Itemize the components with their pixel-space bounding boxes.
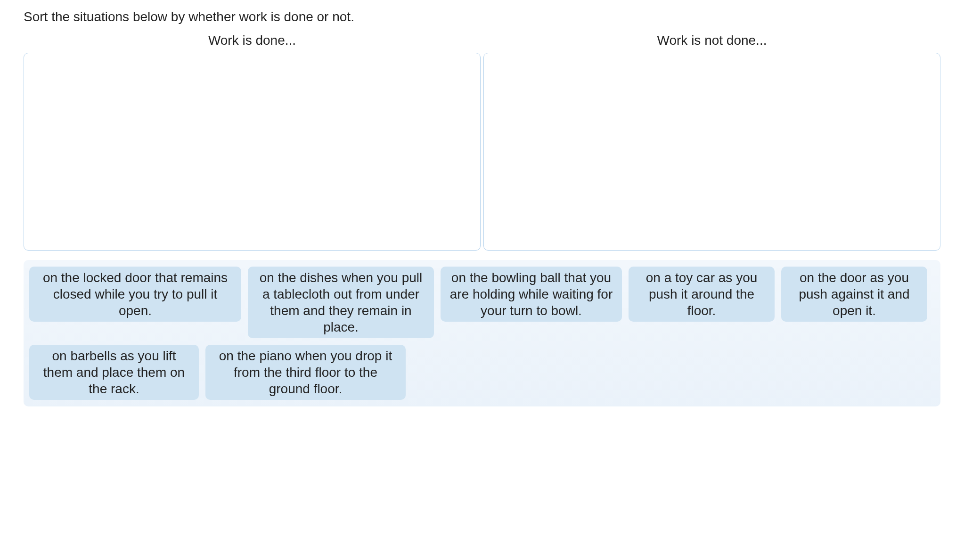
draggable-item[interactable]: on the bowling ball that you are holding… <box>441 267 622 322</box>
dropzone-work-not-done[interactable] <box>483 53 940 251</box>
columns-wrapper: Work is done... Work is not done... <box>24 33 940 251</box>
column-header-work-done: Work is done... <box>208 33 296 48</box>
draggable-item[interactable]: on the dishes when you pull a tablecloth… <box>248 267 434 338</box>
draggable-item[interactable]: on the door as you push against it and o… <box>781 267 927 322</box>
column-header-work-not-done: Work is not done... <box>657 33 767 48</box>
draggable-item[interactable]: on barbells as you lift them and place t… <box>29 345 199 400</box>
items-container: on the locked door that remains closed w… <box>24 260 940 406</box>
instruction-text: Sort the situations below by whether wor… <box>24 9 940 24</box>
draggable-item[interactable]: on the piano when you drop it from the t… <box>205 345 406 400</box>
draggable-item[interactable]: on the locked door that remains closed w… <box>29 267 241 322</box>
column-work-not-done: Work is not done... <box>483 33 940 251</box>
column-work-done: Work is done... <box>24 33 481 251</box>
draggable-item[interactable]: on a toy car as you push it around the f… <box>629 267 775 322</box>
dropzone-work-done[interactable] <box>24 53 481 251</box>
